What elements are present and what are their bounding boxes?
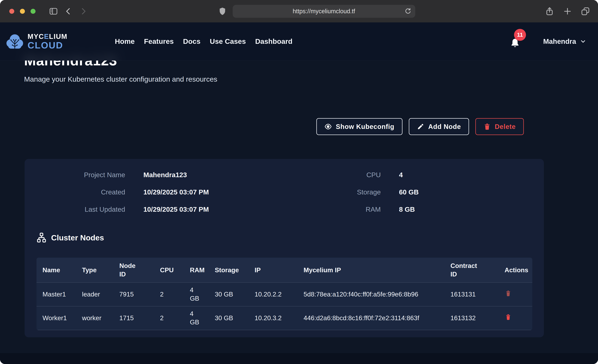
add-node-button[interactable]: Add Node [409,118,469,135]
cell-mycelium-ip: 446:d2a6:8bcd:8c16:ff0f:72e2:3114:863f [299,306,447,330]
user-name: Mahendra [543,38,576,45]
cell-name: Worker1 [36,306,78,330]
notification-bell-button[interactable]: 11 [510,35,522,48]
header-ram: RAM [186,258,211,282]
user-menu[interactable]: Mahendra [543,38,586,45]
cluster-nodes-icon [36,232,47,243]
share-button[interactable] [545,7,554,16]
notification-badge: 11 [514,29,526,41]
trash-icon [483,123,491,130]
tab-overview-button[interactable] [581,7,590,16]
back-button[interactable] [64,7,73,16]
table-row-worker1: Worker1 worker 1715 2 4 GB 30 GB 10.20.3… [36,306,532,330]
cell-mycelium-ip: 5d8:78ea:a120:f40c:ff0f:a5fe:99e6:8b96 [299,282,447,306]
cell-contract-id: 1613132 [447,306,495,330]
cell-storage: 30 GB [211,306,251,330]
cell-name: Master1 [36,282,78,306]
cell-actions [495,306,532,330]
delete-label: Delete [495,123,516,130]
nav-link-dashboard[interactable]: Dashboard [255,37,292,45]
pencil-icon [417,123,424,130]
nav-right: 11 Mahendra [510,35,586,48]
cell-contract-id: 1613131 [447,282,495,306]
trash-icon [505,290,512,297]
cluster-actions: Show Kubeconfig Add Node Delete [316,118,524,135]
delete-node-button[interactable] [505,313,512,321]
last-updated-value: 10/29/2025 03:07 PM [143,206,270,213]
cell-ram: 4 GB [186,306,211,330]
cell-ip: 10.20.3.2 [251,306,299,330]
created-value: 10/29/2025 03:07 PM [143,188,270,196]
project-info: Project Name Mahendra123 CPU 4 Created 1… [25,159,544,218]
header-mycelium-ip: Mycelium IP [299,258,447,282]
nav-link-docs[interactable]: Docs [183,37,200,45]
cpu-label: CPU [288,171,381,179]
header-cpu: CPU [156,258,186,282]
cluster-nodes-header: Cluster Nodes [36,232,104,243]
forward-button[interactable] [79,7,88,16]
mycelium-cloud-logo[interactable]: MYCELIUM CLOUD [5,33,67,50]
window-controls [9,7,88,16]
storage-value: 60 GB [399,188,544,196]
cell-ip: 10.20.2.2 [251,282,299,306]
cloud-logo-icon [5,33,25,50]
close-window-button[interactable] [9,9,14,14]
cluster-nodes-title: Cluster Nodes [51,233,104,242]
cell-type: worker [78,306,115,330]
cell-ram: 4 GB [186,282,211,306]
logo-text: MYCELIUM CLOUD [28,33,67,50]
eye-icon [324,123,332,130]
table-header-row: Name Type Node ID CPU RAM Storage IP Myc… [36,258,532,282]
nav-link-use-cases[interactable]: Use Cases [210,37,246,45]
cell-type: leader [78,282,115,306]
privacy-shield-icon [218,7,227,16]
storage-label: Storage [288,188,381,196]
page: Mahendra123 Manage your Kubernetes clust… [0,22,598,364]
created-label: Created [32,188,125,196]
site-navbar: MYCELIUM CLOUD Home Features Docs Use Ca… [0,22,598,61]
header-type: Type [78,258,115,282]
footer-strip [0,353,598,364]
nav-link-home[interactable]: Home [115,37,135,45]
sidebar-toggle-icon[interactable] [49,7,58,16]
cell-node-id: 1715 [115,306,156,330]
cell-cpu: 2 [156,282,186,306]
header-ip: IP [251,258,299,282]
header-node-id: Node ID [115,258,156,282]
zoom-window-button[interactable] [31,9,35,14]
browser-window: https://myceliumcloud.tf Mahendra123 Man… [0,0,598,364]
nav-links: Home Features Docs Use Cases Dashboard [115,37,292,45]
minimize-window-button[interactable] [20,9,25,14]
refresh-button[interactable] [404,8,412,15]
cell-storage: 30 GB [211,282,251,306]
url-text: https://myceliumcloud.tf [293,8,355,15]
project-name-value: Mahendra123 [143,171,270,179]
show-kubeconfig-label: Show Kubeconfig [336,123,394,130]
chrome-right-buttons [545,7,590,16]
header-name: Name [36,258,78,282]
new-tab-button[interactable] [563,7,572,16]
header-actions: Actions [495,258,532,282]
project-card: Project Name Mahendra123 CPU 4 Created 1… [25,159,544,337]
cluster-nodes-table: Name Type Node ID CPU RAM Storage IP Myc… [36,258,532,330]
logo-line1: MYCELIUM [28,33,67,40]
address-bar-area: https://myceliumcloud.tf [88,5,545,18]
cell-node-id: 7915 [115,282,156,306]
url-field[interactable]: https://myceliumcloud.tf [233,5,415,18]
delete-cluster-button[interactable]: Delete [475,118,524,135]
page-subtitle: Manage your Kubernetes cluster configura… [24,75,217,83]
cell-cpu: 2 [156,306,186,330]
header-storage: Storage [211,258,251,282]
nav-link-features[interactable]: Features [144,37,174,45]
ram-label: RAM [288,206,381,213]
ram-value: 8 GB [399,206,544,213]
cpu-value: 4 [399,171,544,179]
show-kubeconfig-button[interactable]: Show Kubeconfig [316,118,402,135]
trash-icon [505,313,512,321]
last-updated-label: Last Updated [32,206,125,213]
delete-node-button[interactable] [505,290,512,298]
browser-chrome: https://myceliumcloud.tf [0,0,598,22]
logo-stylized-e: E [44,33,49,40]
header-contract-id: Contract ID [447,258,495,282]
logo-line2: CLOUD [28,41,67,50]
